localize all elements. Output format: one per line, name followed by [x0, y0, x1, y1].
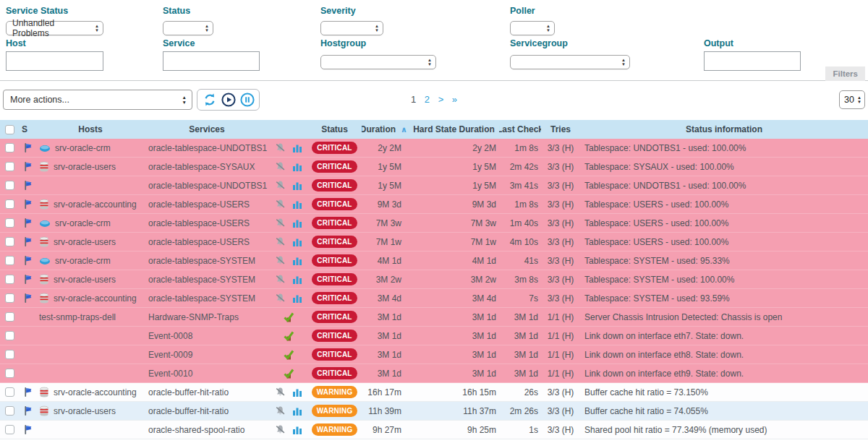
- performance-graph-icon[interactable]: [292, 218, 302, 228]
- poller-select[interactable]: [510, 21, 555, 35]
- status-badge: CRITICAL: [312, 367, 357, 379]
- hard-state-duration-cell: 3M 2w: [409, 275, 499, 285]
- service-name[interactable]: oracle-tablespace-USERS: [148, 237, 250, 247]
- status-information-cell: Tablespace: SYSTEM - used: 95.33%: [580, 256, 868, 266]
- performance-graph-icon[interactable]: [292, 293, 302, 304]
- performance-graph-icon[interactable]: [292, 387, 302, 397]
- performance-graph-icon[interactable]: [292, 275, 302, 285]
- performance-graph-icon[interactable]: [292, 143, 302, 153]
- host-name[interactable]: srv-oracle-users: [54, 406, 116, 416]
- host-name[interactable]: srv-oracle-accounting: [54, 293, 137, 304]
- header-status[interactable]: Status: [307, 124, 362, 134]
- host-name[interactable]: srv-oracle-users: [54, 275, 116, 285]
- performance-graph-icon[interactable]: [292, 162, 302, 172]
- host-name[interactable]: test-snmp-traps-dell: [39, 312, 116, 322]
- select-all-checkbox[interactable]: [5, 125, 14, 134]
- tries-cell: 3/3 (H): [541, 293, 580, 304]
- performance-graph-icon[interactable]: [292, 256, 302, 266]
- service-name[interactable]: oracle-buffer-hit-ratio: [148, 406, 229, 416]
- host-name[interactable]: srv-oracle-users: [54, 237, 116, 247]
- duration-cell: 2y 2M: [362, 143, 409, 153]
- service-name[interactable]: oracle-buffer-hit-ratio: [148, 387, 229, 397]
- pagination-next[interactable]: >: [438, 94, 444, 105]
- hostgroup-select[interactable]: [320, 55, 436, 69]
- sort-ascending-icon[interactable]: ∧: [401, 125, 407, 134]
- toolbar: More actions... 1 2: [0, 81, 868, 120]
- status-information-cell: Buffer cache hit ratio = 73.150%: [580, 387, 868, 397]
- status-select[interactable]: [163, 21, 213, 35]
- header-hard-state-duration[interactable]: Hard State Duration: [409, 124, 499, 134]
- service-name[interactable]: Event-0009: [148, 350, 192, 360]
- service-name[interactable]: oracle-tablespace-SYSTEM: [148, 256, 255, 266]
- servicegroup-label: Servicegroup: [510, 38, 568, 48]
- service-name[interactable]: oracle-shared-spool-ratio: [148, 425, 244, 435]
- header-duration-label: Duration: [362, 124, 396, 134]
- header-last-check[interactable]: Last Check: [499, 124, 541, 134]
- status-badge: CRITICAL: [312, 348, 357, 361]
- row-checkbox[interactable]: [5, 293, 14, 303]
- servicegroup-select[interactable]: [510, 55, 630, 69]
- host-name[interactable]: srv-oracle-crm: [55, 218, 111, 228]
- tries-cell: 1/1 (H): [541, 350, 580, 360]
- row-checkbox[interactable]: [5, 406, 14, 416]
- output-input[interactable]: [704, 51, 801, 71]
- flag-icon: [22, 255, 33, 266]
- service-name[interactable]: Event-0008: [148, 331, 192, 341]
- service-name[interactable]: oracle-tablespace-UNDOTBS1: [148, 181, 267, 191]
- header-services[interactable]: Services: [145, 124, 269, 134]
- service-name[interactable]: oracle-tablespace-SYSTEM: [148, 293, 255, 304]
- row-checkbox[interactable]: [5, 143, 14, 152]
- severity-select[interactable]: [320, 21, 383, 35]
- host-name[interactable]: srv-oracle-accounting: [54, 387, 137, 397]
- header-hosts[interactable]: Hosts: [36, 124, 145, 134]
- pagination-page-2[interactable]: 2: [425, 94, 430, 105]
- performance-graph-icon[interactable]: [292, 425, 302, 435]
- service-name[interactable]: oracle-tablespace-SYSTEM: [148, 275, 255, 285]
- tries-cell: 3/3 (H): [541, 218, 580, 228]
- header-duration[interactable]: Duration ∧: [362, 124, 409, 134]
- service-name[interactable]: oracle-tablespace-USERS: [148, 218, 250, 228]
- page-size-select[interactable]: 30: [839, 90, 865, 109]
- service-name[interactable]: Event-0010: [148, 369, 192, 379]
- header-tries[interactable]: Tries: [541, 124, 580, 134]
- host-name[interactable]: srv-oracle-users: [54, 162, 116, 172]
- row-checkbox[interactable]: [5, 199, 14, 209]
- service-name[interactable]: Hardware-SNMP-Traps: [148, 312, 239, 322]
- row-checkbox[interactable]: [5, 331, 14, 340]
- filters-button[interactable]: Filters: [825, 66, 865, 81]
- row-checkbox[interactable]: [5, 350, 14, 359]
- host-name[interactable]: srv-oracle-accounting: [54, 199, 137, 210]
- select-spinner-icon: [546, 24, 550, 33]
- pagination-last[interactable]: »: [452, 94, 457, 105]
- row-checkbox[interactable]: [5, 237, 14, 246]
- pagination-page-1[interactable]: 1: [411, 94, 416, 105]
- host-name[interactable]: srv-oracle-crm: [55, 143, 111, 153]
- row-checkbox[interactable]: [5, 425, 14, 434]
- row-checkbox[interactable]: [5, 275, 14, 284]
- duration-cell: 3M 1d: [362, 350, 409, 360]
- service-status-select[interactable]: Unhandled Problems: [6, 21, 103, 35]
- hard-state-duration-cell: 3M 1d: [409, 350, 499, 360]
- hard-state-duration-cell: 3M 1d: [409, 312, 499, 322]
- performance-graph-icon[interactable]: [292, 199, 302, 210]
- row-checkbox[interactable]: [5, 181, 14, 190]
- row-checkbox[interactable]: [5, 312, 14, 322]
- performance-graph-icon[interactable]: [292, 406, 302, 416]
- host-name[interactable]: srv-oracle-crm: [55, 256, 111, 266]
- output-label: Output: [704, 38, 733, 48]
- service-name[interactable]: oracle-tablespace-SYSAUX: [148, 162, 255, 172]
- host-input[interactable]: [6, 51, 103, 71]
- performance-graph-icon[interactable]: [292, 237, 302, 247]
- passive-check-icon: [283, 368, 294, 379]
- service-name[interactable]: oracle-tablespace-USERS: [148, 199, 250, 210]
- service-name[interactable]: oracle-tablespace-UNDOTBS1: [148, 143, 267, 153]
- row-checkbox[interactable]: [5, 387, 14, 397]
- row-checkbox[interactable]: [5, 218, 14, 228]
- performance-graph-icon[interactable]: [292, 181, 302, 191]
- database-icon: [39, 293, 49, 304]
- row-checkbox[interactable]: [5, 162, 14, 171]
- row-checkbox[interactable]: [5, 256, 14, 265]
- header-status-information[interactable]: Status information: [580, 124, 868, 134]
- row-checkbox[interactable]: [5, 369, 14, 378]
- service-input[interactable]: [163, 51, 260, 71]
